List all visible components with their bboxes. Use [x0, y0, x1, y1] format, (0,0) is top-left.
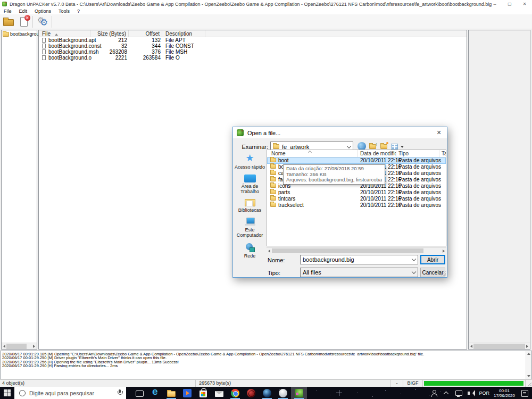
- menu-edit[interactable]: Edit: [15, 9, 31, 14]
- taskbar-store-icon[interactable]: [195, 387, 211, 399]
- resize-grip[interactable]: [526, 381, 531, 386]
- maximize-icon[interactable]: [502, 0, 517, 8]
- scroll-right-icon[interactable]: [526, 345, 528, 348]
- taskbar-blue-orb-app-icon[interactable]: [259, 387, 275, 399]
- scroll-down-icon[interactable]: [527, 375, 530, 377]
- column-header-tam[interactable]: Tam...: [439, 150, 446, 157]
- microphone-icon[interactable]: [117, 389, 122, 396]
- tree-horizontal-scrollbar[interactable]: [2, 343, 37, 349]
- folder-row[interactable]: parts20/10/2011 22:16Pasta de arquivos: [267, 189, 446, 196]
- column-header-file[interactable]: File: [39, 30, 90, 37]
- clock[interactable]: 00:01 17/06/2020: [494, 388, 515, 398]
- column-header-offset[interactable]: Offset: [129, 30, 162, 37]
- folder-date: 20/10/2011 22:16: [360, 189, 401, 196]
- scroll-left-icon[interactable]: [470, 345, 472, 348]
- sidebar-item-libraries[interactable]: Bibliotecas: [233, 199, 267, 213]
- sidebar-item-desktop[interactable]: Área de Trabalho: [233, 174, 267, 194]
- folder-date: 20/10/2011 22:16: [360, 202, 401, 209]
- taskbar-movies-tv-icon[interactable]: [179, 387, 195, 399]
- filename-combobox[interactable]: bootbackground.big: [300, 255, 418, 264]
- column-header-data[interactable]: Data de modificaç...: [358, 150, 396, 157]
- location-value: fe_artwork: [282, 144, 309, 150]
- taskbar-edge-icon[interactable]: [147, 387, 163, 399]
- column-header-size[interactable]: Size (Bytes): [90, 30, 129, 37]
- table-row[interactable]: bootBackground.apt212132File APT: [39, 37, 467, 43]
- table-row[interactable]: bootBackground.o2221263584File O: [39, 55, 467, 61]
- column-header-nome[interactable]: Nome: [267, 150, 358, 157]
- notification-icon[interactable]: [520, 389, 529, 397]
- window-titlebar: Dragon UnPACKer v5.7.0 Beta - C:\Users\A…: [0, 0, 532, 8]
- folder-list-horizontal-scrollbar[interactable]: [267, 247, 446, 253]
- taskbar-white-orb-app-icon[interactable]: [275, 387, 291, 399]
- column-header-tipo[interactable]: Tipo: [396, 150, 439, 157]
- tooltip-line: Data da criação: 27/08/2018 20:59: [286, 166, 382, 172]
- folder-row[interactable]: boot20/10/2011 22:16Pasta de arquivos: [267, 157, 446, 164]
- sidebar-item-quick-access[interactable]: Acesso rápido: [233, 153, 267, 170]
- folder-name: tintcars: [278, 196, 295, 202]
- taskbar-dragon-unpacker-icon[interactable]: [291, 387, 307, 399]
- menu-help[interactable]: ?: [73, 9, 84, 14]
- settings-button[interactable]: [36, 15, 50, 28]
- scroll-thumb[interactable]: [473, 344, 525, 349]
- table-row[interactable]: bootBackground.const32344File CONST: [39, 43, 467, 49]
- tooltip-line: Tamanho: 366 KB: [286, 172, 382, 178]
- menu-file[interactable]: File: [0, 9, 15, 14]
- file-description: File O: [165, 55, 180, 61]
- chevron-up-icon[interactable]: [442, 389, 451, 397]
- clock-time: 00:01: [494, 388, 515, 393]
- folder-row[interactable]: trackselect20/10/2011 22:16Pasta de arqu…: [267, 202, 446, 209]
- filetype-combobox[interactable]: All files: [300, 268, 418, 277]
- table-row[interactable]: bootBackground.msh263208376File MSH: [39, 49, 467, 55]
- taskbar-red-app-icon[interactable]: [243, 387, 259, 399]
- log-vertical-scrollbar[interactable]: [526, 351, 531, 379]
- scroll-right-icon[interactable]: [33, 345, 35, 348]
- menu-options[interactable]: Options: [31, 9, 55, 14]
- store-icon: [200, 390, 207, 397]
- dialog-close-icon[interactable]: [431, 127, 447, 138]
- sidebar-item-network-places[interactable]: Rede: [233, 243, 267, 259]
- volume-icon[interactable]: [467, 389, 475, 397]
- tree-item-bootbackground[interactable]: bootbackgrou.: [2, 31, 37, 37]
- open-button[interactable]: Abrir: [420, 255, 445, 264]
- dialog-titlebar[interactable]: Open a file...: [233, 127, 447, 138]
- folder-icon: [270, 171, 276, 175]
- blue-orb-app-icon: [263, 389, 271, 397]
- taskbar-task-view-icon[interactable]: [131, 387, 147, 399]
- start-button[interactable]: [0, 387, 14, 399]
- folder-row[interactable]: tintcars20/10/2011 22:16Pasta de arquivo…: [267, 196, 446, 202]
- clock-date: 17/06/2020: [494, 393, 515, 398]
- white-orb-app-icon: [279, 389, 287, 397]
- menu-tools[interactable]: Tools: [55, 9, 73, 14]
- minimize-icon[interactable]: [487, 0, 502, 8]
- desktop-icon: [244, 174, 256, 182]
- scroll-up-icon[interactable]: [527, 353, 530, 355]
- scroll-left-icon[interactable]: [268, 250, 270, 253]
- close-file-icon: [20, 17, 28, 27]
- taskbar-mail-icon[interactable]: [211, 387, 227, 399]
- open-file-button[interactable]: [2, 15, 15, 28]
- folder-icon: [270, 190, 276, 194]
- network-icon[interactable]: [454, 389, 463, 397]
- filename-value: bootbackground.big: [303, 256, 354, 263]
- chevron-down-icon: [347, 144, 351, 148]
- file-list-header: File Size (Bytes) Offset Description: [39, 30, 467, 37]
- preview-horizontal-scrollbar[interactable]: [469, 343, 530, 349]
- scroll-thumb[interactable]: [6, 344, 27, 349]
- taskbar: Digite aqui para pesquisar POR 00:01 17/…: [0, 387, 532, 399]
- sidebar-item-this-pc[interactable]: Este Computador: [233, 218, 267, 238]
- column-header-description[interactable]: Description: [162, 30, 205, 37]
- close-file-button[interactable]: [17, 15, 31, 28]
- folder-icon: [270, 196, 276, 201]
- taskbar-search-input[interactable]: Digite aqui para pesquisar: [14, 387, 126, 399]
- scroll-left-icon[interactable]: [3, 345, 5, 348]
- close-icon[interactable]: [517, 0, 532, 8]
- people-icon[interactable]: [430, 389, 438, 397]
- status-progress-panel: [423, 380, 526, 387]
- taskbar-file-explorer-icon[interactable]: [163, 387, 179, 399]
- language-indicator[interactable]: POR: [479, 390, 489, 396]
- scroll-thumb[interactable]: [272, 248, 423, 253]
- taskbar-chrome-icon[interactable]: [227, 387, 243, 399]
- menu-bar: FileEditOptionsTools?: [0, 8, 532, 14]
- column-header-label: File: [42, 31, 51, 37]
- scroll-right-icon[interactable]: [443, 250, 445, 253]
